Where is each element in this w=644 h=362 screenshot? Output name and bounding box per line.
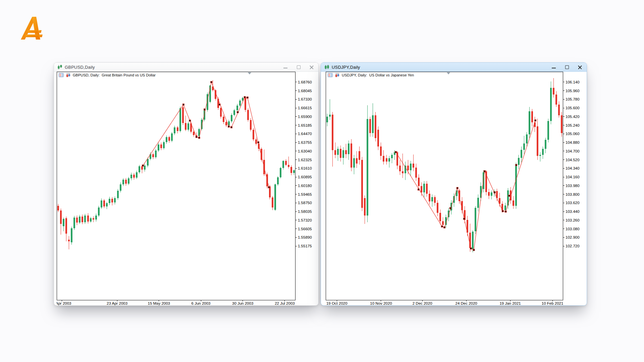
svg-text:103.980: 103.980	[566, 184, 580, 188]
window-title: GBPUSD,Daily	[65, 65, 95, 70]
svg-text:1.67330: 1.67330	[298, 97, 312, 101]
window-titlebar[interactable]: USDJPY,Daily	[321, 63, 587, 72]
brand-letter-a-logo-icon	[19, 16, 43, 40]
svg-text:6 Jun 2003: 6 Jun 2003	[192, 301, 211, 305]
svg-text:1.64470: 1.64470	[298, 132, 312, 136]
window-title: USDJPY,Daily	[332, 65, 360, 70]
svg-text:23 Apr 2003: 23 Apr 2003	[107, 301, 127, 305]
svg-text:105.600: 105.600	[566, 106, 580, 110]
svg-text:1.59465: 1.59465	[298, 192, 312, 196]
svg-text:1.61610: 1.61610	[298, 166, 312, 170]
gbpusd-candlestick-chart[interactable]: 1.687601.680451.673301.666151.659001.651…	[57, 72, 318, 306]
svg-text:103.800: 103.800	[566, 192, 580, 196]
maximize-button[interactable]	[565, 65, 569, 69]
svg-text:102.900: 102.900	[566, 235, 580, 239]
svg-text:104.160: 104.160	[566, 175, 580, 179]
svg-text:22 Jul 2003: 22 Jul 2003	[275, 301, 294, 305]
svg-text:19 Jan 2021: 19 Jan 2021	[499, 301, 521, 305]
svg-text:103.080: 103.080	[566, 227, 580, 231]
svg-text:105.240: 105.240	[566, 123, 580, 127]
svg-text:1.60180: 1.60180	[298, 184, 312, 188]
svg-text:10 Feb 2021: 10 Feb 2021	[542, 301, 564, 305]
svg-text:1.58035: 1.58035	[298, 209, 312, 214]
svg-text:1.55890: 1.55890	[298, 235, 312, 239]
minimize-button[interactable]	[283, 65, 287, 69]
svg-text:106.140: 106.140	[566, 80, 580, 84]
svg-text:1.63040: 1.63040	[298, 149, 312, 153]
svg-text:105.060: 105.060	[566, 132, 580, 136]
svg-text:1.68760: 1.68760	[298, 80, 312, 84]
svg-text:104.340: 104.340	[566, 166, 580, 170]
page: { "page": {"background": "#fbfbfd"}, "lo…	[0, 0, 644, 362]
close-button[interactable]	[310, 65, 314, 69]
svg-text:1.57320: 1.57320	[298, 218, 312, 222]
svg-text:30 Jun 2003: 30 Jun 2003	[232, 301, 253, 305]
svg-text:2 Dec 2020: 2 Dec 2020	[413, 301, 432, 305]
svg-text:105.780: 105.780	[566, 97, 580, 101]
svg-text:19 Oct 2020: 19 Oct 2020	[326, 301, 347, 305]
usdjpy-candlestick-chart[interactable]: 106.140105.960105.780105.600105.420105.2…	[326, 72, 586, 306]
svg-text:104.880: 104.880	[566, 140, 580, 144]
svg-text:1.60895: 1.60895	[298, 175, 312, 179]
svg-text:104.700: 104.700	[566, 149, 580, 153]
chart-window-gbpusd: GBPUSD,Daily 1.687601.680451.673301.6661…	[54, 62, 319, 306]
svg-text:1.66615: 1.66615	[298, 106, 312, 110]
svg-text:1.63755: 1.63755	[298, 140, 312, 144]
svg-text:102.720: 102.720	[566, 244, 580, 248]
minimize-button[interactable]	[552, 65, 556, 69]
svg-text:10 Nov 2020: 10 Nov 2020	[370, 301, 392, 305]
svg-text:1.65900: 1.65900	[298, 115, 312, 119]
candlestick-chart-icon	[57, 65, 63, 70]
svg-text:1.65185: 1.65185	[298, 123, 312, 127]
svg-text:24 Dec 2020: 24 Dec 2020	[455, 301, 477, 305]
svg-text:103.440: 103.440	[566, 209, 580, 214]
svg-text:1 Apr 2003: 1 Apr 2003	[57, 301, 71, 305]
svg-text:105.420: 105.420	[566, 115, 580, 119]
close-button[interactable]	[578, 65, 582, 69]
svg-text:1.68045: 1.68045	[298, 89, 312, 93]
chart-window-usdjpy: USDJPY,Daily 106.140105.960105.780105.60…	[321, 62, 587, 306]
maximize-button[interactable]	[297, 65, 301, 69]
svg-text:1.55175: 1.55175	[298, 244, 312, 248]
svg-text:15 May 2003: 15 May 2003	[148, 301, 170, 305]
svg-text:103.260: 103.260	[566, 218, 580, 222]
svg-text:1.62325: 1.62325	[298, 158, 312, 162]
svg-text:1.56605: 1.56605	[298, 227, 312, 231]
svg-text:104.520: 104.520	[566, 158, 580, 162]
window-titlebar[interactable]: GBPUSD,Daily	[54, 63, 318, 72]
candlestick-chart-icon	[324, 65, 330, 70]
svg-text:105.960: 105.960	[566, 89, 580, 93]
svg-text:103.620: 103.620	[566, 201, 580, 205]
svg-text:1.58750: 1.58750	[298, 201, 312, 205]
